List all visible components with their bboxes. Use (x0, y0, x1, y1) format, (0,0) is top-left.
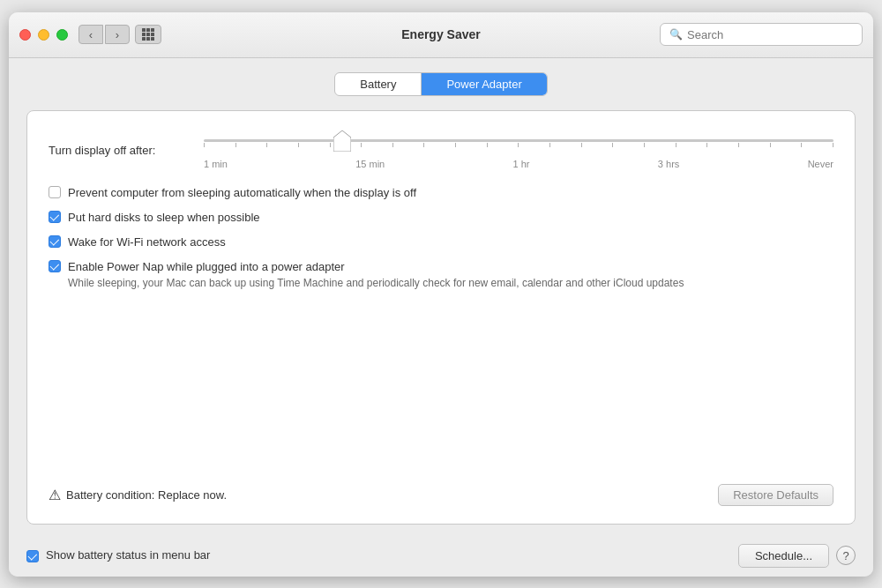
display-sleep-slider-row: Turn display off after: (49, 132, 833, 169)
window-title: Energy Saver (401, 27, 481, 41)
forward-button[interactable]: › (105, 25, 130, 44)
battery-condition: ⚠ Battery condition: Replace now. (49, 487, 227, 503)
tick-1min: 1 min (204, 159, 228, 169)
search-box[interactable]: 🔍 (660, 23, 863, 46)
main-content: Battery Power Adapter Turn display off a… (9, 58, 873, 535)
tab-battery[interactable]: Battery (335, 73, 421, 95)
nav-buttons: ‹ › (78, 25, 130, 44)
checkbox-prevent-sleep-label: Prevent computer from sleeping automatic… (68, 185, 416, 201)
checkbox-row-hard-disks: Put hard disks to sleep when possible (49, 210, 833, 226)
tick-15min: 15 min (355, 159, 385, 169)
schedule-button[interactable]: Schedule... (738, 544, 829, 568)
slider-track[interactable] (204, 132, 833, 150)
panel-bottom: ⚠ Battery condition: Replace now. Restor… (49, 484, 833, 506)
checkbox-show-battery[interactable] (26, 550, 39, 562)
checkbox-power-nap-sublabel: While sleeping, your Mac can back up usi… (68, 277, 833, 289)
checkbox-row-prevent-sleep: Prevent computer from sleeping automatic… (49, 185, 833, 201)
settings-panel: Turn display off after: (26, 110, 856, 525)
slider-tick-labels: 1 min 15 min 1 hr 3 hrs Never (204, 159, 833, 169)
bottom-bar: Show battery status in menu bar Schedule… (9, 535, 873, 577)
traffic-lights (19, 29, 68, 41)
show-battery-row: Show battery status in menu bar (26, 547, 210, 563)
checkbox-row-power-nap: Enable Power Nap while plugged into a po… (49, 259, 833, 275)
slider-line (204, 139, 833, 142)
battery-condition-text: Battery condition: Replace now. (66, 488, 227, 502)
checkbox-hard-disks[interactable] (49, 211, 61, 223)
checkbox-power-nap[interactable] (49, 260, 61, 272)
minimize-button[interactable] (38, 29, 49, 41)
tab-group: Battery Power Adapter (334, 72, 547, 96)
tick-1hr: 1 hr (513, 159, 530, 169)
display-sleep-label: Turn display off after: (49, 144, 190, 157)
slider-thumb[interactable] (333, 130, 351, 152)
warning-icon: ⚠ (49, 487, 61, 503)
checkbox-group-power-nap: Enable Power Nap while plugged into a po… (49, 259, 833, 289)
back-button[interactable]: ‹ (78, 25, 103, 44)
maximize-button[interactable] (56, 29, 68, 41)
grid-icon (142, 28, 154, 41)
titlebar: ‹ › Energy Saver 🔍 (9, 12, 873, 58)
search-input[interactable] (687, 28, 853, 41)
close-button[interactable] (19, 29, 31, 41)
checkbox-group: Prevent computer from sleeping automatic… (49, 185, 833, 290)
tab-power-adapter[interactable]: Power Adapter (422, 73, 546, 95)
checkbox-row-wifi: Wake for Wi-Fi network access (49, 234, 833, 250)
bottom-right-actions: Schedule... ? (738, 544, 856, 568)
search-icon: 🔍 (669, 28, 683, 41)
tab-bar: Battery Power Adapter (26, 72, 856, 96)
show-battery-label: Show battery status in menu bar (46, 547, 210, 563)
help-button[interactable]: ? (836, 546, 856, 565)
slider-container: 1 min 15 min 1 hr 3 hrs Never (204, 132, 833, 169)
main-window: ‹ › Energy Saver 🔍 Battery Power Ad (9, 12, 873, 577)
grid-view-button[interactable] (135, 25, 161, 44)
checkbox-wifi[interactable] (49, 235, 61, 248)
restore-defaults-button[interactable]: Restore Defaults (718, 484, 833, 506)
tick-never: Never (808, 159, 833, 169)
checkbox-power-nap-label: Enable Power Nap while plugged into a po… (68, 259, 345, 275)
checkbox-wifi-label: Wake for Wi-Fi network access (68, 234, 226, 250)
tick-3hrs: 3 hrs (658, 159, 679, 169)
chevron-right-icon: › (116, 28, 119, 41)
checkbox-prevent-sleep[interactable] (49, 186, 61, 198)
chevron-left-icon: ‹ (89, 28, 93, 41)
checkbox-hard-disks-label: Put hard disks to sleep when possible (68, 210, 260, 226)
